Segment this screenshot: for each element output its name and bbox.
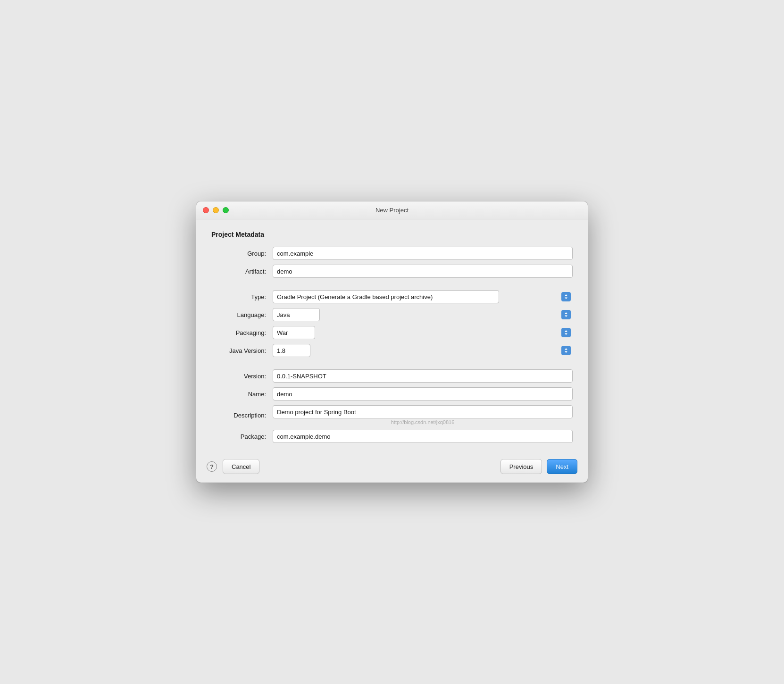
type-select-arrow-icon bbox=[561, 292, 571, 301]
form-grid: Group: Artifact: Type: Gradle Project (G… bbox=[211, 247, 573, 443]
version-label: Version: bbox=[211, 373, 273, 380]
artifact-label: Artifact: bbox=[211, 268, 273, 275]
type-label: Type: bbox=[211, 293, 273, 300]
watermark-text: http://blog.csdn.net/jxq0816 bbox=[273, 419, 573, 425]
section-title: Project Metadata bbox=[211, 231, 573, 238]
main-content: Project Metadata Group: Artifact: Type: … bbox=[196, 219, 588, 452]
previous-button[interactable]: Previous bbox=[500, 459, 542, 474]
type-select-wrapper: Gradle Project (Generate a Gradle based … bbox=[273, 290, 573, 303]
language-select-arrow-icon bbox=[561, 310, 571, 319]
java-version-select-wrapper: 1.8 11 17 bbox=[273, 344, 573, 357]
packaging-select[interactable]: War Jar bbox=[273, 326, 315, 339]
package-input[interactable] bbox=[273, 430, 573, 443]
minimize-button[interactable] bbox=[213, 207, 219, 213]
traffic-lights bbox=[203, 207, 229, 213]
window-title: New Project bbox=[375, 207, 409, 214]
java-version-label: Java Version: bbox=[211, 347, 273, 354]
description-label: Description: bbox=[211, 412, 273, 419]
help-button[interactable]: ? bbox=[207, 461, 217, 472]
title-bar: New Project bbox=[196, 201, 588, 219]
footer-right: Previous Next bbox=[500, 459, 577, 474]
language-label: Language: bbox=[211, 311, 273, 318]
packaging-select-wrapper: War Jar bbox=[273, 326, 573, 339]
group-input[interactable] bbox=[273, 247, 573, 260]
close-button[interactable] bbox=[203, 207, 209, 213]
dialog-window: New Project Project Metadata Group: Arti… bbox=[196, 201, 588, 483]
group-label: Group: bbox=[211, 250, 273, 257]
language-select[interactable]: Java Kotlin Groovy bbox=[273, 308, 320, 321]
language-select-wrapper: Java Kotlin Groovy bbox=[273, 308, 573, 321]
artifact-input[interactable] bbox=[273, 265, 573, 278]
type-select[interactable]: Gradle Project (Generate a Gradle based … bbox=[273, 290, 499, 303]
packaging-label: Packaging: bbox=[211, 329, 273, 336]
name-input[interactable] bbox=[273, 387, 573, 400]
version-input[interactable] bbox=[273, 369, 573, 383]
java-version-select[interactable]: 1.8 11 17 bbox=[273, 344, 310, 357]
description-input[interactable] bbox=[273, 405, 573, 418]
package-label: Package: bbox=[211, 433, 273, 440]
cancel-button[interactable]: Cancel bbox=[223, 459, 259, 474]
footer-left: ? Cancel bbox=[207, 459, 259, 474]
packaging-select-arrow-icon bbox=[561, 328, 571, 337]
java-version-select-arrow-icon bbox=[561, 346, 571, 355]
next-button[interactable]: Next bbox=[547, 459, 577, 474]
maximize-button[interactable] bbox=[223, 207, 229, 213]
footer: ? Cancel Previous Next bbox=[196, 452, 588, 483]
name-label: Name: bbox=[211, 391, 273, 398]
